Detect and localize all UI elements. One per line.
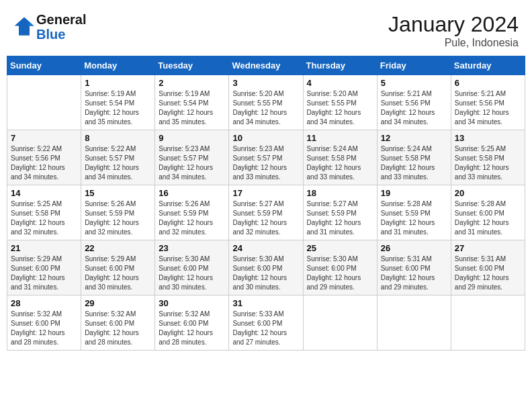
- title-block: January 2024 Pule, Indonesia: [388, 12, 519, 49]
- day-info: Sunrise: 5:29 AM Sunset: 6:00 PM Dayligh…: [85, 255, 151, 292]
- calendar-cell: 9Sunrise: 5:23 AM Sunset: 5:57 PM Daylig…: [155, 130, 229, 185]
- day-number: 8: [85, 133, 151, 143]
- logo-general: General: [36, 12, 86, 27]
- day-of-week-header: Wednesday: [229, 56, 303, 75]
- calendar-cell: 11Sunrise: 5:24 AM Sunset: 5:58 PM Dayli…: [303, 130, 377, 185]
- calendar-cell: 16Sunrise: 5:26 AM Sunset: 5:59 PM Dayli…: [155, 185, 229, 240]
- day-info: Sunrise: 5:30 AM Sunset: 6:00 PM Dayligh…: [159, 255, 225, 292]
- day-info: Sunrise: 5:21 AM Sunset: 5:56 PM Dayligh…: [455, 89, 521, 127]
- calendar-cell: 24Sunrise: 5:30 AM Sunset: 6:00 PM Dayli…: [229, 240, 303, 295]
- calendar-cell: 5Sunrise: 5:21 AM Sunset: 5:56 PM Daylig…: [377, 75, 451, 130]
- day-info: Sunrise: 5:21 AM Sunset: 5:56 PM Dayligh…: [381, 89, 447, 127]
- day-info: Sunrise: 5:23 AM Sunset: 5:57 PM Dayligh…: [159, 144, 225, 182]
- day-info: Sunrise: 5:24 AM Sunset: 5:58 PM Dayligh…: [307, 144, 373, 182]
- day-number: 1: [85, 78, 151, 88]
- calendar-cell: 29Sunrise: 5:32 AM Sunset: 6:00 PM Dayli…: [81, 295, 155, 351]
- calendar-cell: 18Sunrise: 5:27 AM Sunset: 5:59 PM Dayli…: [303, 185, 377, 240]
- day-of-week-header: Monday: [81, 56, 155, 75]
- calendar-cell: 25Sunrise: 5:30 AM Sunset: 6:00 PM Dayli…: [303, 240, 377, 295]
- calendar-cell: 28Sunrise: 5:32 AM Sunset: 6:00 PM Dayli…: [7, 295, 81, 351]
- day-number: 5: [381, 78, 447, 88]
- day-number: 6: [455, 78, 521, 88]
- day-info: Sunrise: 5:30 AM Sunset: 6:00 PM Dayligh…: [232, 255, 299, 292]
- calendar-cell: 2Sunrise: 5:19 AM Sunset: 5:54 PM Daylig…: [155, 75, 229, 130]
- day-info: Sunrise: 5:22 AM Sunset: 5:56 PM Dayligh…: [11, 144, 77, 182]
- page-header: General Blue January 2024 Pule, Indonesi…: [7, 7, 525, 52]
- day-info: Sunrise: 5:32 AM Sunset: 6:00 PM Dayligh…: [11, 310, 77, 347]
- calendar-cell: [451, 295, 525, 351]
- day-number: 27: [455, 243, 521, 253]
- calendar-cell: [377, 295, 451, 351]
- day-number: 9: [159, 133, 225, 143]
- day-number: 12: [381, 133, 447, 143]
- day-info: Sunrise: 5:26 AM Sunset: 5:59 PM Dayligh…: [85, 199, 151, 237]
- day-number: 31: [232, 298, 299, 308]
- day-info: Sunrise: 5:29 AM Sunset: 6:00 PM Dayligh…: [11, 255, 77, 292]
- calendar-week-row: 1Sunrise: 5:19 AM Sunset: 5:54 PM Daylig…: [7, 75, 525, 130]
- day-of-week-header: Friday: [377, 56, 451, 75]
- day-info: Sunrise: 5:33 AM Sunset: 6:00 PM Dayligh…: [232, 310, 299, 347]
- calendar-cell: 15Sunrise: 5:26 AM Sunset: 5:59 PM Dayli…: [81, 185, 155, 240]
- day-info: Sunrise: 5:19 AM Sunset: 5:54 PM Dayligh…: [85, 89, 151, 127]
- svg-marker-0: [15, 17, 34, 36]
- day-number: 10: [232, 133, 299, 143]
- day-of-week-header: Tuesday: [155, 56, 229, 75]
- day-of-week-header: Saturday: [451, 56, 525, 75]
- location-subtitle: Pule, Indonesia: [388, 37, 519, 49]
- day-number: 19: [381, 188, 447, 198]
- day-info: Sunrise: 5:32 AM Sunset: 6:00 PM Dayligh…: [159, 310, 225, 347]
- day-info: Sunrise: 5:27 AM Sunset: 5:59 PM Dayligh…: [307, 199, 373, 237]
- day-number: 21: [11, 243, 77, 253]
- calendar-cell: [7, 75, 81, 130]
- day-number: 24: [232, 243, 299, 253]
- day-number: 26: [381, 243, 447, 253]
- calendar-cell: 3Sunrise: 5:20 AM Sunset: 5:55 PM Daylig…: [229, 75, 303, 130]
- calendar-cell: 14Sunrise: 5:25 AM Sunset: 5:58 PM Dayli…: [7, 185, 81, 240]
- day-number: 29: [85, 298, 151, 308]
- day-number: 2: [159, 78, 225, 88]
- day-info: Sunrise: 5:20 AM Sunset: 5:55 PM Dayligh…: [232, 89, 299, 127]
- day-info: Sunrise: 5:20 AM Sunset: 5:55 PM Dayligh…: [307, 89, 373, 127]
- day-number: 15: [85, 188, 151, 198]
- calendar-cell: 26Sunrise: 5:31 AM Sunset: 6:00 PM Dayli…: [377, 240, 451, 295]
- calendar-cell: 7Sunrise: 5:22 AM Sunset: 5:56 PM Daylig…: [7, 130, 81, 185]
- day-number: 23: [159, 243, 225, 253]
- day-info: Sunrise: 5:28 AM Sunset: 5:59 PM Dayligh…: [381, 199, 447, 237]
- calendar-cell: 19Sunrise: 5:28 AM Sunset: 5:59 PM Dayli…: [377, 185, 451, 240]
- day-of-week-header: Thursday: [303, 56, 377, 75]
- day-of-week-header: Sunday: [7, 56, 81, 75]
- day-info: Sunrise: 5:24 AM Sunset: 5:58 PM Dayligh…: [381, 144, 447, 182]
- calendar-cell: 21Sunrise: 5:29 AM Sunset: 6:00 PM Dayli…: [7, 240, 81, 295]
- day-number: 28: [11, 298, 77, 308]
- day-number: 11: [307, 133, 373, 143]
- day-info: Sunrise: 5:27 AM Sunset: 5:59 PM Dayligh…: [232, 199, 299, 237]
- logo-blue: Blue: [36, 27, 65, 42]
- calendar-cell: 31Sunrise: 5:33 AM Sunset: 6:00 PM Dayli…: [229, 295, 303, 351]
- day-info: Sunrise: 5:30 AM Sunset: 6:00 PM Dayligh…: [307, 255, 373, 292]
- calendar-cell: 17Sunrise: 5:27 AM Sunset: 5:59 PM Dayli…: [229, 185, 303, 240]
- calendar-cell: [303, 295, 377, 351]
- calendar-cell: 1Sunrise: 5:19 AM Sunset: 5:54 PM Daylig…: [81, 75, 155, 130]
- calendar-cell: 22Sunrise: 5:29 AM Sunset: 6:00 PM Dayli…: [81, 240, 155, 295]
- calendar-week-row: 7Sunrise: 5:22 AM Sunset: 5:56 PM Daylig…: [7, 130, 525, 185]
- calendar-cell: 23Sunrise: 5:30 AM Sunset: 6:00 PM Dayli…: [155, 240, 229, 295]
- header-row: SundayMondayTuesdayWednesdayThursdayFrid…: [7, 56, 525, 75]
- day-number: 13: [455, 133, 521, 143]
- day-info: Sunrise: 5:19 AM Sunset: 5:54 PM Dayligh…: [159, 89, 225, 127]
- day-number: 17: [232, 188, 299, 198]
- day-info: Sunrise: 5:28 AM Sunset: 6:00 PM Dayligh…: [455, 199, 521, 237]
- day-number: 16: [159, 188, 225, 198]
- logo-icon: [13, 16, 35, 38]
- calendar-cell: 6Sunrise: 5:21 AM Sunset: 5:56 PM Daylig…: [451, 75, 525, 130]
- day-info: Sunrise: 5:25 AM Sunset: 5:58 PM Dayligh…: [11, 199, 77, 237]
- calendar-cell: 20Sunrise: 5:28 AM Sunset: 6:00 PM Dayli…: [451, 185, 525, 240]
- day-number: 25: [307, 243, 373, 253]
- calendar-week-row: 21Sunrise: 5:29 AM Sunset: 6:00 PM Dayli…: [7, 240, 525, 295]
- day-info: Sunrise: 5:26 AM Sunset: 5:59 PM Dayligh…: [159, 199, 225, 237]
- calendar-table: SundayMondayTuesdayWednesdayThursdayFrid…: [7, 56, 525, 351]
- day-info: Sunrise: 5:25 AM Sunset: 5:58 PM Dayligh…: [455, 144, 521, 182]
- day-info: Sunrise: 5:22 AM Sunset: 5:57 PM Dayligh…: [85, 144, 151, 182]
- calendar-week-row: 14Sunrise: 5:25 AM Sunset: 5:58 PM Dayli…: [7, 185, 525, 240]
- day-number: 7: [11, 133, 77, 143]
- calendar-cell: 13Sunrise: 5:25 AM Sunset: 5:58 PM Dayli…: [451, 130, 525, 185]
